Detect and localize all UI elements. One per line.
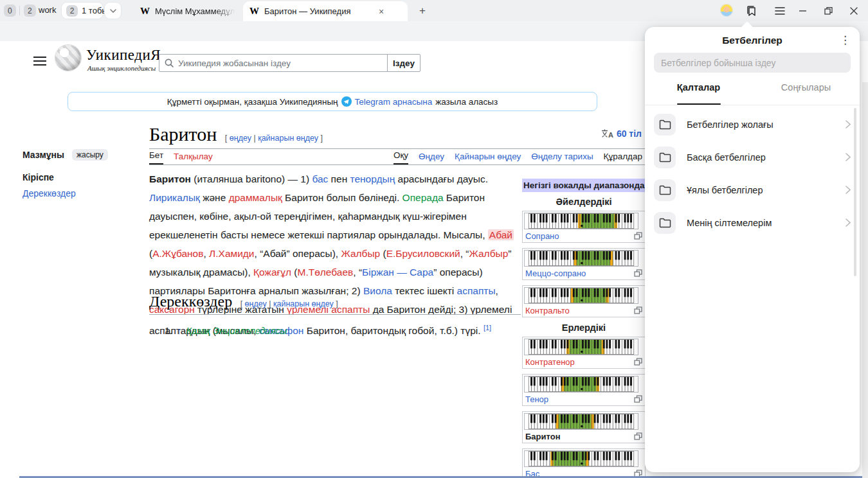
wiki-search-input[interactable] [178, 58, 382, 68]
link-blue[interactable]: тенордың [350, 173, 395, 184]
hamburger-menu-icon [775, 7, 785, 15]
bookmarks-folder-row[interactable]: Ұялы бетбелгілер [645, 173, 860, 206]
toc-item-кіріспе[interactable]: Кіріспе [23, 172, 132, 182]
close-icon [850, 7, 858, 15]
tab-muslim-mukhamedqyzy[interactable]: W Мүслім Мұхаммедұлы Ма [134, 1, 242, 21]
chevron-right-icon [845, 120, 851, 128]
voice-label-контральто[interactable]: Контральто [525, 306, 570, 315]
article-tab-оқу[interactable]: Оқу [393, 150, 408, 164]
voice-range-box: Тенор [522, 374, 646, 406]
folder-icon [659, 152, 671, 163]
link-blue[interactable]: бас [312, 173, 328, 184]
toc-item-дереккөздер[interactable]: Дереккөздер [23, 188, 132, 199]
infobox-header: Негізгі вокалды диапазондар [522, 179, 646, 192]
tab-group-divider [19, 6, 20, 15]
voice-caption-row: Тенор [524, 393, 644, 404]
article-tab-бет[interactable]: Бет [149, 150, 163, 164]
chevron-right-icon [845, 218, 851, 227]
bookmarks-tab-соңғылары[interactable]: Соңғылары [752, 82, 860, 103]
bookmarks-folder-row[interactable]: Бетбелгілер жолағы [645, 108, 860, 141]
edit-link[interactable]: өңдеу [245, 299, 267, 308]
edit-link[interactable]: қайнарын өңдеу [258, 134, 318, 143]
bookmarks-toolbar-button[interactable] [745, 4, 759, 18]
window-minimize-button[interactable] [790, 0, 815, 21]
bookmarks-folder-row[interactable]: Басқа бетбелгілер [645, 141, 860, 173]
link-blue[interactable]: Біржан — Сара [362, 267, 433, 278]
tab-group-zero[interactable]: 0 [4, 4, 16, 17]
language-selector-button[interactable]: A 60 тіл [601, 128, 651, 139]
tab-group-work-label[interactable]: work [39, 5, 56, 15]
window-restore-button[interactable] [815, 0, 841, 21]
link-red[interactable]: драммалық [229, 192, 282, 203]
edit-link[interactable]: қайнарын өңдеу [273, 299, 334, 308]
bookmarks-search-input[interactable] [654, 53, 851, 73]
voice-label-контратенор[interactable]: Контратенор [525, 357, 575, 367]
browser-menu-button[interactable] [773, 4, 787, 18]
popup-scrollbar-thumb[interactable] [854, 108, 856, 276]
svg-text:A: A [608, 131, 613, 139]
tab-group-active[interactable]: 2 1 тобы [62, 3, 103, 19]
new-tab-button[interactable]: + [415, 4, 429, 18]
vocal-range-keyboard [524, 413, 638, 430]
article-tab-құралдар[interactable]: Құралдар [604, 152, 651, 164]
popup-kebab-menu-icon[interactable]: ⋮ [840, 33, 851, 47]
bracket: ] [318, 134, 323, 143]
article-tab-өңделу-тарихы[interactable]: Өңделу тарихы [531, 152, 593, 164]
telegram-channel-link[interactable]: Telegram арнасына [355, 97, 433, 107]
reference-link[interactable]: Қазақ Энциклопедиясы [186, 326, 287, 336]
bookmarks-folder-row[interactable]: Менің сілтемелерім [645, 206, 860, 239]
language-icon: A [601, 129, 613, 139]
link-red[interactable]: Л.Хамиди [209, 248, 254, 259]
link-redhl[interactable]: Абай [488, 229, 514, 240]
link-red[interactable]: Жалбыр [341, 248, 380, 259]
tab-bariton-active[interactable]: W Баритон — Уикипедия × [243, 1, 408, 21]
link-red[interactable]: Е.Брусиловский [386, 248, 460, 259]
voice-label-сопрано[interactable]: Сопрано [525, 231, 559, 241]
tab-group-work-badge[interactable]: 2 [24, 4, 36, 17]
enlarge-icon[interactable] [634, 306, 642, 314]
folder-label: Ұялы бетбелгілер [687, 185, 835, 195]
wikipedia-wordmark[interactable]: УикипедиЯ [86, 47, 161, 64]
voice-caption-row: Баритон [524, 430, 644, 441]
enlarge-icon[interactable] [634, 395, 642, 403]
wikipedia-globe-logo[interactable] [55, 45, 81, 71]
bookmarks-tab-қалталар[interactable]: Қалталар [645, 82, 752, 103]
reference-backlink-arrow[interactable]: ↑ [175, 326, 183, 336]
folder-icon [659, 185, 671, 195]
link-green[interactable]: Операда [402, 192, 444, 203]
folder-icon [659, 218, 671, 228]
reference-superscript[interactable]: [1] [484, 324, 491, 332]
tab-title: Баритон — Уикипедия [264, 6, 374, 16]
link-blue[interactable]: Лирикалық [149, 192, 200, 203]
article-tab-талқылау[interactable]: Талқылау [174, 152, 213, 164]
wiki-main-menu-button[interactable] [33, 57, 46, 66]
tab-group-chevron-button[interactable] [105, 3, 121, 19]
folder-icon-box [654, 212, 676, 234]
link-red[interactable]: А.Жұбанов [152, 248, 203, 259]
link-red[interactable]: М.Төлебаев [297, 267, 353, 278]
enlarge-icon[interactable] [634, 232, 642, 240]
bookmarks-folder-list: Бетбелгілер жолағыБасқа бетбелгілерҰялы … [645, 108, 860, 239]
window-close-button[interactable] [841, 0, 867, 21]
article-tab-өңдеу[interactable]: Өңдеу [419, 152, 444, 164]
pipe: | [251, 134, 258, 143]
voice-label-тенор[interactable]: Тенор [525, 394, 548, 404]
enlarge-icon[interactable] [634, 358, 642, 366]
tab-close-icon[interactable]: × [379, 6, 384, 17]
profile-avatar[interactable] [720, 4, 733, 17]
wiki-search-box[interactable] [159, 54, 388, 72]
article-tabs-row: БетТалқылау ОқуӨңдеуҚайнарын өңдеуӨңделу… [149, 150, 651, 165]
toc-hide-button[interactable]: жасыру [72, 149, 108, 161]
folder-label: Менің сілтемелерім [687, 218, 835, 228]
voice-range-box: Меццо-сопрано [522, 248, 646, 280]
wiki-search-button[interactable]: Іздеу [387, 54, 420, 72]
page-scrollbar[interactable] [862, 82, 868, 478]
text-segment: , [203, 248, 209, 259]
voice-label-меццо-сопрано[interactable]: Меццо-сопрано [525, 269, 586, 278]
enlarge-icon[interactable] [634, 432, 642, 440]
link-red[interactable]: Жалбыр [469, 248, 509, 259]
enlarge-icon[interactable] [634, 269, 642, 277]
edit-link[interactable]: өңдеу [230, 134, 251, 143]
link-red[interactable]: Қожағұл [253, 267, 291, 278]
article-tab-қайнарын-өңдеу[interactable]: Қайнарын өңдеу [455, 152, 521, 164]
